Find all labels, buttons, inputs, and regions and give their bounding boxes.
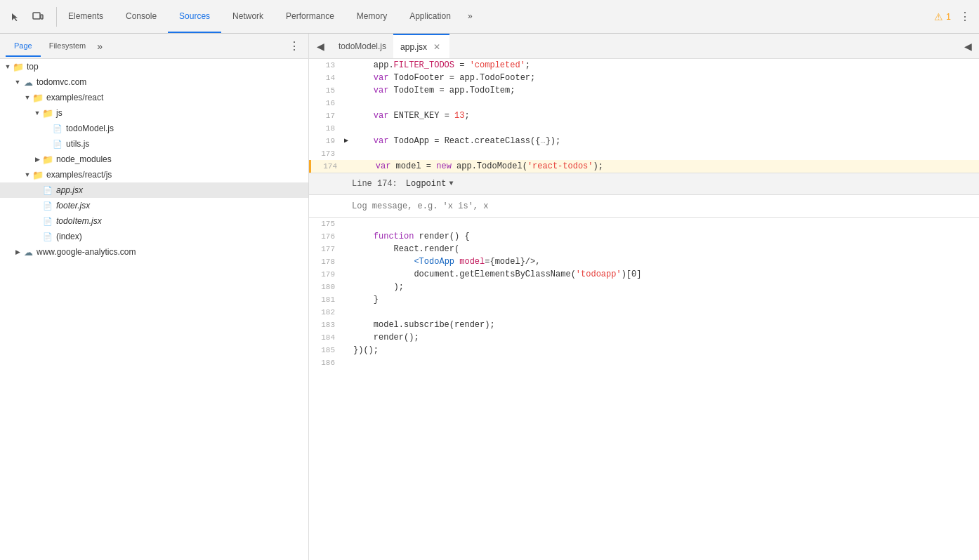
code-line-178: 178 <TodoApp model={model}/>,: [309, 255, 979, 268]
logpoint-input[interactable]: [352, 201, 971, 211]
tree-label-google-analytics: www.google-analytics.com: [37, 247, 136, 257]
tree-item-google-analytics[interactable]: ▶ ☁ www.google-analytics.com: [0, 244, 308, 260]
sidebar-tab-page[interactable]: Page: [6, 36, 41, 57]
code-line-15: 15 var TodoItem = app.TodoItem;: [309, 84, 979, 97]
tree-label-node-modules: node_modules: [56, 154, 112, 164]
tab-sources[interactable]: Sources: [168, 0, 221, 33]
line-content-183: model.subscribe(render);: [352, 319, 979, 331]
cursor-icon[interactable]: [6, 7, 25, 27]
code-wrapper[interactable]: 13 app.FILTER_TODOS = 'completed'; 14 va…: [309, 59, 979, 560]
line-content-184: render();: [352, 331, 979, 344]
line-num-178: 178: [309, 255, 341, 268]
tree-toggle-google-analytics[interactable]: ▶: [13, 247, 22, 257]
more-options-button[interactable]: ⋮: [957, 8, 973, 25]
logpoint-dropdown-arrow: ▼: [449, 178, 453, 190]
tree-label-footer-jsx: footer.jsx: [56, 201, 90, 211]
warning-badge: ⚠ 1: [934, 11, 951, 22]
warning-icon: ⚠: [934, 11, 943, 22]
svg-rect-0: [33, 13, 40, 19]
tab-more[interactable]: »: [462, 0, 478, 33]
code-line-177: 177 React.render(: [309, 243, 979, 255]
editor-back-button[interactable]: ◀: [312, 38, 329, 55]
folder-icon-examples-react: 📁: [32, 92, 44, 103]
cloud-icon-google-analytics: ☁: [22, 246, 34, 258]
tree-toggle-top[interactable]: ▼: [3, 62, 13, 72]
line-num-14: 14: [309, 72, 341, 84]
line-content-15: var TodoItem = app.TodoItem;: [352, 84, 979, 97]
tab-performance[interactable]: Performance: [275, 0, 346, 33]
tree-toggle-examples-react[interactable]: ▼: [22, 93, 32, 102]
sidebar-tab-filesystem[interactable]: Filesystem: [41, 36, 95, 57]
tree-label-index: (index): [56, 232, 82, 241]
editor-tab-label-todomodel: todoModel.js: [339, 41, 386, 51]
toolbar-right: ⚠ 1 ⋮: [934, 8, 973, 25]
warning-count: 1: [946, 12, 951, 22]
tree-item-todoitem-jsx[interactable]: 📄 todoItem.jsx: [0, 213, 308, 229]
tree-label-todoitem-jsx: todoItem.jsx: [56, 216, 102, 226]
tab-elements[interactable]: Elements: [57, 0, 114, 33]
line-num-183: 183: [309, 319, 341, 331]
line-num-186: 186: [309, 356, 341, 369]
tree-item-index[interactable]: 📄 (index): [0, 229, 308, 244]
line-num-175: 175: [309, 218, 341, 230]
line-content-179: document.getElementsByClassName('todoapp…: [352, 268, 979, 281]
tree-item-footer-jsx[interactable]: 📄 footer.jsx: [0, 198, 308, 213]
code-line-185: 185 })();: [309, 344, 979, 356]
tree-item-examples-react-js[interactable]: ▼ 📁 examples/react/js: [0, 167, 308, 182]
tree-item-node-modules[interactable]: ▶ 📁 node_modules: [0, 152, 308, 167]
sidebar-menu-button[interactable]: ⋮: [286, 36, 303, 55]
tree-toggle-examples-react-js[interactable]: ▼: [22, 170, 32, 180]
file-icon-index: 📄: [42, 231, 53, 242]
tree-toggle-node-modules[interactable]: ▶: [32, 154, 42, 164]
line-num-181: 181: [309, 293, 341, 306]
logpoint-dropdown[interactable]: Logpoint ▼: [406, 178, 454, 190]
tree-label-examples-react-js: examples/react/js: [46, 170, 112, 180]
code-line-179: 179 document.getElementsByClassName('tod…: [309, 268, 979, 281]
tree-toggle-footer-jsx: [32, 201, 42, 211]
line-num-180: 180: [309, 281, 341, 293]
tree-item-top[interactable]: ▼ 📁 top: [0, 59, 308, 74]
folder-icon-node-modules: 📁: [42, 154, 53, 165]
tab-network[interactable]: Network: [221, 0, 275, 33]
tab-memory[interactable]: Memory: [346, 0, 398, 33]
tree-toggle-js[interactable]: ▼: [32, 108, 42, 118]
tree-toggle-app-jsx: [32, 185, 42, 195]
line-num-18: 18: [309, 122, 341, 135]
tab-console[interactable]: Console: [114, 0, 168, 33]
line-content-19: var TodoApp = React.createClass({…});: [352, 135, 979, 147]
line-num-177: 177: [309, 243, 341, 255]
code-line-13: 13 app.FILTER_TODOS = 'completed';: [309, 59, 979, 72]
line-content-177: React.render(: [352, 243, 979, 255]
editor-tab-close-appjsx[interactable]: ✕: [431, 41, 442, 53]
editor-tab-appjsx[interactable]: app.jsx ✕: [393, 34, 449, 58]
editor-tab-todomodel[interactable]: todoModel.js: [331, 34, 393, 58]
line-num-185: 185: [309, 344, 341, 356]
tree-item-app-jsx[interactable]: 📄 app.jsx: [0, 182, 308, 198]
tree-item-utils[interactable]: 📄 utils.js: [0, 136, 308, 152]
editor-tab-label-appjsx: app.jsx: [400, 42, 427, 52]
device-icon[interactable]: [28, 7, 48, 27]
line-num-179: 179: [309, 268, 341, 281]
tree-item-todomvc[interactable]: ▼ ☁ todomvc.com: [0, 74, 308, 90]
tab-application[interactable]: Application: [398, 0, 462, 33]
tree-item-js[interactable]: ▼ 📁 js: [0, 105, 308, 121]
tree-item-examples-react[interactable]: ▼ 📁 examples/react: [0, 90, 308, 105]
logpoint-input-row: [309, 195, 979, 218]
code-line-14: 14 var TodoFooter = app.TodoFooter;: [309, 72, 979, 84]
code-line-18: 18: [309, 122, 979, 135]
tree-label-top: top: [27, 62, 39, 72]
file-icon-todomodel: 📄: [52, 123, 63, 134]
tree-item-todomodel[interactable]: 📄 todoModel.js: [0, 121, 308, 136]
editor-collapse-button[interactable]: ◀: [959, 38, 976, 55]
code-line-183: 183 model.subscribe(render);: [309, 319, 979, 331]
tree-toggle-todoitem-jsx: [32, 216, 42, 226]
tree-toggle-todomvc[interactable]: ▼: [13, 77, 22, 87]
sidebar-tabs: Page Filesystem » ⋮: [0, 34, 308, 59]
line-num-17: 17: [309, 109, 341, 122]
sidebar-tabs-more[interactable]: »: [97, 41, 103, 52]
line-content-174: var model = new app.TodoModel('react-tod…: [354, 160, 979, 173]
svg-rect-1: [41, 15, 43, 19]
tree-label-examples-react: examples/react: [46, 93, 103, 102]
sidebar: Page Filesystem » ⋮ ▼ 📁 top ▼ ☁ todomvc.…: [0, 34, 309, 560]
cloud-icon-todomvc: ☁: [22, 76, 34, 88]
